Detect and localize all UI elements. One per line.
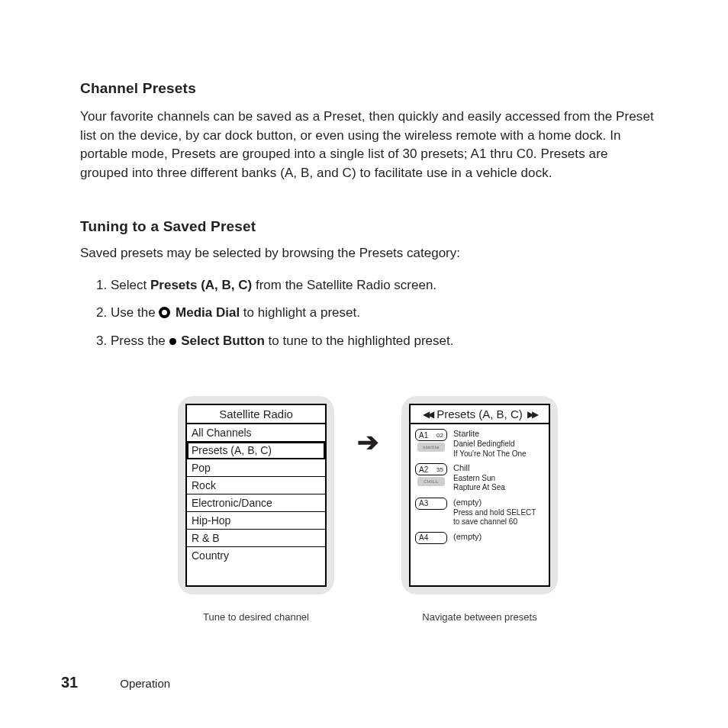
device-left: Satellite Radio All Channels Presets (A,…	[178, 396, 334, 594]
category-list: All Channels Presets (A, B, C) Pop Rock …	[187, 424, 325, 564]
caption-left: Tune to desired channel	[203, 611, 309, 623]
screen-title-left: Satellite Radio	[187, 405, 325, 424]
preset-row: A3 (empty) Press and hold SELECT to save…	[415, 498, 544, 527]
media-dial-icon	[159, 307, 170, 318]
preset-list: A1 02 starlite Starlite Daniel Bedingfie…	[411, 424, 549, 548]
section-label: Operation	[120, 677, 170, 690]
preset-row: A4 (empty)	[415, 532, 544, 544]
list-item: All Channels	[187, 424, 325, 442]
list-item: Pop	[187, 459, 325, 477]
list-item-selected: Presets (A, B, C)	[187, 442, 325, 459]
forward-icon: ▶▶	[527, 409, 536, 420]
preset-row: A1 02 starlite Starlite Daniel Bedingfie…	[415, 429, 544, 459]
list-item: Rock	[187, 477, 325, 494]
heading-tuning: Tuning to a Saved Preset	[80, 218, 656, 235]
step-2: Use the Media Dial to highlight a preset…	[111, 304, 656, 323]
step-1: Select Presets (A, B, C) from the Satell…	[111, 276, 656, 295]
list-item: Country	[187, 547, 325, 564]
paragraph-tuning-lead: Saved presets may be selected by browsin…	[80, 246, 656, 261]
preset-chip: A2 35	[415, 463, 447, 475]
rewind-icon: ◀◀	[423, 409, 432, 420]
device-right: ◀◀ Presets (A, B, C) ▶▶ A1 02 starlite	[401, 396, 558, 594]
preset-text: (empty)	[453, 532, 482, 544]
steps-list: Select Presets (A, B, C) from the Satell…	[80, 276, 656, 351]
preset-text: Starlite Daniel Bedingfield If You're No…	[453, 429, 527, 459]
preset-text: (empty) Press and hold SELECT to save ch…	[453, 498, 536, 527]
channel-logo: starlite	[417, 443, 445, 452]
page-number: 31	[61, 674, 78, 691]
arrow-right-icon: ➔	[357, 427, 378, 457]
caption-right: Navigate between presets	[422, 611, 536, 623]
step-3: Press the Select Button to tune to the h…	[111, 332, 656, 351]
preset-text: Chill Eastern Sun Rapture At Sea	[453, 463, 505, 493]
select-button-icon	[169, 338, 176, 345]
list-item: Hip-Hop	[187, 512, 325, 530]
list-item: R & B	[187, 530, 325, 547]
screen-title-right: ◀◀ Presets (A, B, C) ▶▶	[411, 405, 549, 424]
preset-chip: A1 02	[415, 429, 447, 441]
preset-chip: A3	[415, 498, 447, 510]
heading-channel-presets: Channel Presets	[80, 80, 656, 97]
figures-row: Satellite Radio All Channels Presets (A,…	[80, 396, 656, 623]
page-footer: 31 Operation	[0, 674, 728, 691]
list-item: Electronic/Dance	[187, 494, 325, 512]
preset-row: A2 35 CHILL Chill Eastern Sun Rapture At…	[415, 463, 544, 493]
paragraph-channel-presets: Your favorite channels can be saved as a…	[80, 108, 656, 183]
channel-logo: CHILL	[417, 477, 445, 486]
preset-chip: A4	[415, 532, 447, 544]
